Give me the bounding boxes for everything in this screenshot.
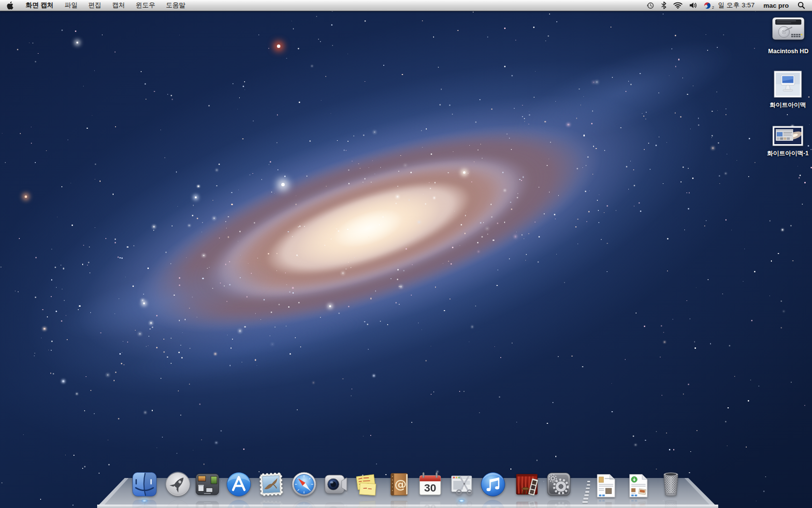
active-app-menu[interactable]: 화면 캡처 — [20, 0, 59, 11]
menu-capture[interactable]: 캡처 — [107, 0, 130, 11]
app-store-icon — [225, 470, 253, 498]
dock-item-grab[interactable] — [448, 470, 476, 498]
mail-icon — [257, 470, 285, 498]
image-file-icon — [772, 126, 803, 148]
system-preferences-icon — [545, 470, 573, 498]
desktop-icon-label: Macintosh HD — [767, 48, 810, 55]
korean-input-flag-icon[interactable]: 2 — [704, 0, 711, 11]
desktop-icon-label: 화이트아이맥 — [759, 101, 812, 109]
input-source-badge: 2 — [712, 5, 714, 10]
dock-item-facetime[interactable] — [322, 470, 350, 498]
dock-item-safari[interactable] — [290, 470, 318, 498]
desktop-icon-white-imac-screenshot[interactable]: 화이트아이맥-1 — [757, 126, 812, 158]
dock-item-address-book[interactable]: @ @ — [385, 470, 413, 498]
ical-date: 30 — [424, 502, 436, 508]
menu-user-name[interactable]: mac pro — [761, 2, 791, 9]
dock-item-ical[interactable]: 30 30 — [416, 470, 444, 498]
dock-item-app-store[interactable] — [225, 470, 253, 498]
address-book-icon: @ — [385, 470, 413, 498]
dock-separator — [587, 481, 590, 482]
hard-drive-icon — [771, 13, 806, 46]
dock-item-launchpad[interactable] — [164, 470, 192, 498]
document-icon — [594, 473, 618, 498]
desktop-icon-label: 화이트아이맥-1 — [757, 149, 812, 158]
dock-item-mail[interactable] — [257, 470, 285, 498]
document-icon — [626, 473, 650, 498]
spotlight-icon[interactable] — [798, 0, 805, 11]
dock-item-finder[interactable] — [130, 470, 159, 498]
ical-date: 30 — [424, 481, 436, 494]
desktop-icon-white-imac-photo[interactable]: 화이트아이맥 — [759, 71, 812, 109]
menu-help[interactable]: 도움말 — [160, 0, 191, 11]
trash-icon — [656, 468, 686, 498]
menu-edit[interactable]: 편집 — [83, 0, 107, 11]
bluetooth-icon[interactable] — [661, 0, 667, 11]
photo-booth-icon — [513, 470, 541, 498]
dock-item-itunes[interactable] — [479, 470, 507, 498]
finder-icon — [130, 470, 159, 498]
menu-clock[interactable]: 일 오후 3:57 — [718, 1, 754, 10]
mission-control-icon — [193, 470, 221, 498]
stickies-icon — [352, 470, 380, 498]
ical-icon: 30 — [416, 470, 444, 498]
svg-text:@: @ — [394, 505, 406, 508]
dock-item-trash[interactable] — [656, 468, 686, 498]
desktop-wallpaper — [0, 0, 812, 508]
image-file-icon — [774, 71, 802, 100]
dock-item-document-2[interactable] — [626, 473, 650, 498]
facetime-icon — [322, 470, 350, 498]
apple-menu-icon[interactable] — [0, 0, 20, 11]
dock-item-photo-booth[interactable] — [513, 470, 541, 498]
launchpad-icon — [164, 470, 192, 498]
menu-bar: 화면 캡처 파일 편집 캡처 윈도우 도움말 — [0, 0, 812, 11]
time-machine-icon[interactable] — [646, 0, 654, 11]
dock-item-stickies[interactable] — [352, 470, 380, 498]
dock-item-mission-control[interactable] — [193, 470, 221, 498]
desktop-icon-macintosh-hd[interactable]: Macintosh HD — [767, 13, 810, 55]
wifi-icon[interactable] — [673, 0, 682, 11]
dock-item-system-preferences[interactable] — [545, 470, 573, 498]
safari-icon — [290, 470, 318, 498]
dock-item-document-1[interactable] — [594, 473, 618, 498]
grab-icon — [448, 470, 476, 498]
svg-text:@: @ — [394, 477, 406, 492]
menu-window[interactable]: 윈도우 — [130, 0, 161, 11]
volume-icon[interactable] — [689, 0, 697, 11]
menu-file[interactable]: 파일 — [59, 0, 83, 11]
itunes-icon — [479, 470, 507, 498]
